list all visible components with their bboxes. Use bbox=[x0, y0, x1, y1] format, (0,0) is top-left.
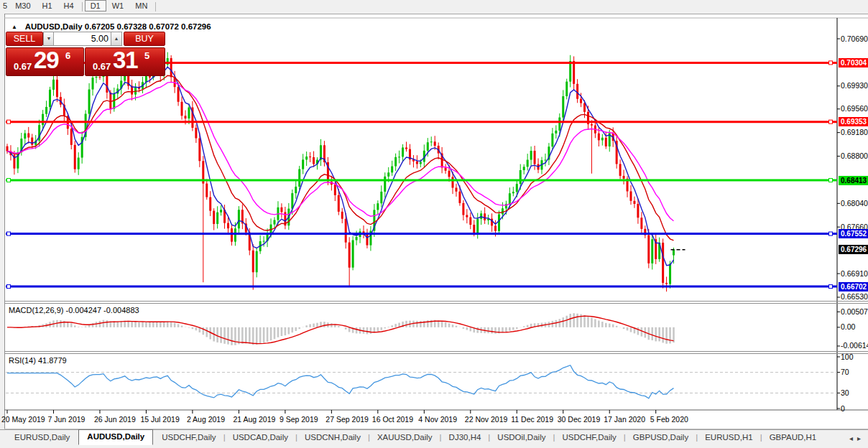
level-line-handle[interactable] bbox=[829, 285, 833, 289]
sell-price-box[interactable]: 0.67 29 6 bbox=[6, 47, 84, 76]
date-axis-label: 16 Oct 2019 bbox=[372, 415, 413, 424]
price-axis-tick-label: 0.70690 bbox=[841, 34, 868, 43]
trade-controls-row: SELL ▼ ▲ BUY bbox=[6, 32, 164, 46]
sell-price-pip: 6 bbox=[65, 50, 70, 61]
price-axis-tick-label: 0.66530 bbox=[841, 292, 868, 301]
macd-axis-tick-label: 0.00 bbox=[841, 322, 855, 331]
price-level-label: 0.66702 bbox=[839, 282, 868, 291]
mt4-window: 5M30H1H4D1W1MN ▲ AUDUSD,Daily 0.67205 0.… bbox=[0, 0, 868, 448]
price-level-label: 0.69353 bbox=[839, 117, 868, 126]
chart-title: ▲ AUDUSD,Daily 0.67205 0.67328 0.67072 0… bbox=[11, 22, 211, 31]
one-click-trading-panel: SELL ▼ ▲ BUY 0.67 29 6 0.67 31 5 bbox=[6, 32, 164, 76]
chart-tab-gbpusd-daily[interactable]: GBPUSD,Daily bbox=[624, 430, 697, 445]
level-line-handle[interactable] bbox=[7, 285, 11, 289]
price-level-label: 0.70304 bbox=[839, 58, 868, 67]
buy-price-prefix: 0.67 bbox=[93, 61, 111, 72]
date-axis-label: 5 Feb 2020 bbox=[650, 415, 688, 424]
current-price-label: 0.67296 bbox=[839, 245, 868, 254]
chart-tab-bar: EURUSD,DailyAUDUSD,DailyUSDCHF,Daily|USD… bbox=[0, 429, 868, 448]
price-axis-tick-label: 0.69930 bbox=[841, 81, 868, 90]
date-axis-label: 15 Jul 2019 bbox=[140, 415, 179, 424]
macd-axis-tick-label: 0.005076 bbox=[841, 307, 868, 316]
buy-price-pip: 5 bbox=[144, 50, 149, 61]
collapse-panel-icon[interactable]: ▲ bbox=[11, 24, 17, 30]
chart-tab-usdchf-daily[interactable]: USDCHF,Daily bbox=[553, 430, 624, 445]
level-line-handle[interactable] bbox=[829, 61, 833, 65]
chart-tab-usdcad-daily[interactable]: USDCAD,Daily bbox=[224, 430, 297, 445]
date-axis-label: 27 Sep 2019 bbox=[326, 415, 369, 424]
chart-tab-gbpaud-h1[interactable]: GBPAUD,H1 bbox=[761, 430, 826, 445]
date-axis-label: 22 Nov 2019 bbox=[465, 415, 508, 424]
buy-price-main: 31 bbox=[113, 47, 138, 74]
volume-increase-button[interactable]: ▲ bbox=[111, 32, 122, 46]
price-axis-tick-label: 0.68040 bbox=[841, 199, 868, 207]
tab-scroll-left-icon[interactable]: ◂ bbox=[849, 434, 857, 442]
price-axis-tick-label: 0.69560 bbox=[841, 104, 868, 113]
price-level-label: 0.68413 bbox=[839, 176, 868, 185]
sell-button[interactable]: SELL bbox=[6, 32, 43, 46]
rsi-axis-tick-label: 100 bbox=[841, 353, 854, 361]
chart-tab-usdcnh-daily[interactable]: USDCNH,Daily bbox=[296, 430, 369, 445]
chart-ohlc-values: 0.67205 0.67328 0.67072 0.67296 bbox=[85, 22, 211, 31]
chart-tab-usdoil-daily[interactable]: USDOil,Daily bbox=[489, 430, 554, 445]
date-axis-label: 21 Aug 2019 bbox=[233, 415, 275, 424]
date-axis-label: 17 Jan 2020 bbox=[604, 415, 645, 424]
buy-button[interactable]: BUY bbox=[124, 32, 165, 46]
level-line-handle[interactable] bbox=[7, 232, 11, 235]
rsi-axis-tick-label: 0 bbox=[841, 404, 845, 413]
date-axis-label: 20 May 2019 bbox=[1, 415, 45, 424]
level-line-handle[interactable] bbox=[7, 120, 11, 123]
tab-scroll-right-icon[interactable]: ▸ bbox=[857, 434, 865, 442]
level-line-handle[interactable] bbox=[7, 179, 11, 182]
chart-tab-usdchf-daily[interactable]: USDCHF,Daily bbox=[153, 430, 224, 445]
date-axis-label: 9 Sep 2019 bbox=[280, 415, 318, 424]
chart-tab-eurusd-daily[interactable]: EURUSD,Daily bbox=[6, 430, 78, 445]
date-axis-label: 30 Dec 2019 bbox=[558, 415, 601, 424]
date-axis-label: 7 Jun 2019 bbox=[47, 415, 85, 424]
chart-tab-dj30-h4[interactable]: DJ30,H4 bbox=[440, 430, 490, 445]
date-axis-label: 11 Dec 2019 bbox=[511, 415, 553, 424]
chart-tab-eurusd-h1[interactable]: EURUSD,H1 bbox=[696, 430, 761, 445]
sell-price-main: 29 bbox=[34, 47, 59, 74]
ma-line-slow bbox=[7, 82, 674, 220]
level-line-handle[interactable] bbox=[829, 120, 833, 123]
candles-layer bbox=[6, 52, 675, 292]
price-axis-tick-label: 0.69180 bbox=[841, 128, 868, 136]
level-line-handle[interactable] bbox=[829, 232, 833, 235]
sell-price-prefix: 0.67 bbox=[14, 61, 32, 72]
chart-tab-audusd-daily[interactable]: AUDUSD,Daily bbox=[78, 429, 153, 445]
macd-indicator-label: MACD(12,26,9) -0.004247 -0.004883 bbox=[9, 306, 139, 314]
macd-axis-tick-label: -0.006148 bbox=[841, 341, 868, 350]
level-line-handle[interactable] bbox=[829, 179, 833, 182]
chart-tab-xauusd-daily[interactable]: XAUUSD,Daily bbox=[369, 430, 441, 445]
price-axis-tick-label: 0.66910 bbox=[841, 269, 868, 278]
sell-price: 0.67 29 6 bbox=[6, 48, 83, 75]
tab-scroll-arrows[interactable]: ◂▸ bbox=[849, 434, 865, 442]
date-axis-label: 2 Aug 2019 bbox=[187, 415, 225, 424]
volume-input[interactable] bbox=[53, 32, 112, 46]
rsi-axis-tick-label: 70 bbox=[841, 368, 849, 376]
rsi-axis-tick-label: 30 bbox=[841, 388, 849, 397]
price-axis-tick-label: 0.68800 bbox=[841, 151, 868, 160]
date-axis-label: 4 Nov 2019 bbox=[418, 415, 457, 424]
ma-line-mid bbox=[7, 75, 674, 241]
buy-price-box[interactable]: 0.67 31 5 bbox=[85, 47, 165, 76]
price-level-label: 0.67552 bbox=[839, 229, 868, 238]
rsi-indicator-label: RSI(14) 41.8779 bbox=[9, 356, 67, 365]
chart-symbol-period: AUDUSD,Daily bbox=[25, 22, 83, 31]
buy-price: 0.67 31 5 bbox=[86, 48, 165, 75]
date-axis-label: 26 Jun 2019 bbox=[94, 415, 136, 424]
